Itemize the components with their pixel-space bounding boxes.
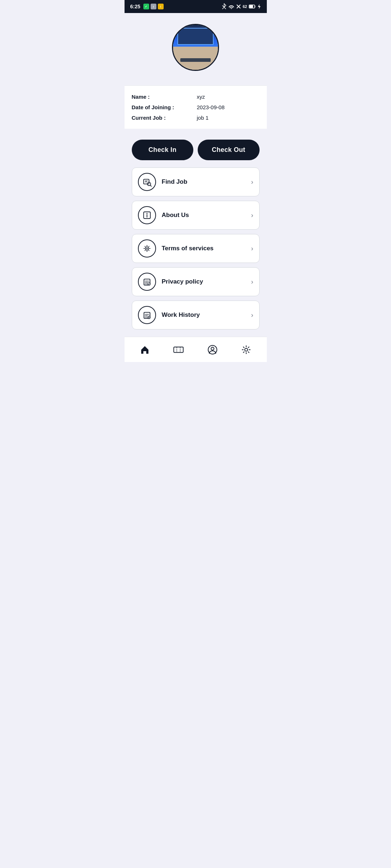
svg-rect-1: [249, 5, 253, 8]
svg-line-17: [148, 250, 149, 251]
status-time: 6:25: [130, 4, 140, 9]
charging-icon: [257, 4, 261, 9]
terms-icon: [142, 244, 152, 253]
sim-icon: [236, 4, 241, 9]
about-us-icon-wrapper: [138, 206, 156, 224]
menu-item-privacy[interactable]: Privacy policy ›: [132, 267, 260, 296]
svg-line-19: [144, 250, 145, 251]
nav-home[interactable]: [128, 345, 162, 355]
main-content: Check In Check Out Find Job ›: [125, 129, 267, 337]
svg-line-16: [144, 246, 145, 247]
bottom-nav: [125, 337, 267, 362]
battery-icon: [249, 4, 256, 9]
profile-info: Name : xyz Date of Joining : 2023-09-08 …: [125, 85, 267, 129]
doj-label: Date of Joining :: [132, 104, 197, 110]
status-icons-right: 62: [222, 3, 261, 10]
about-us-icon: [142, 210, 152, 220]
svg-rect-31: [174, 347, 183, 352]
terms-icon-wrapper: [138, 239, 156, 258]
wifi-icon: [228, 4, 235, 9]
svg-point-34: [245, 348, 248, 351]
name-value: xyz: [197, 94, 205, 100]
find-job-icon: [142, 177, 152, 187]
about-us-chevron: ›: [251, 212, 253, 219]
svg-point-24: [147, 282, 150, 285]
privacy-label: Privacy policy: [162, 278, 251, 285]
nav-profile[interactable]: [196, 345, 229, 355]
privacy-chevron: ›: [251, 278, 253, 286]
menu-item-terms[interactable]: Terms of services ›: [132, 234, 260, 263]
home-icon: [140, 345, 150, 355]
svg-point-9: [146, 213, 147, 214]
notif-icon-yellow: !: [158, 4, 164, 9]
notification-icons: ✓ i !: [143, 4, 164, 9]
svg-point-33: [211, 347, 214, 350]
svg-line-4: [150, 185, 151, 186]
notif-icon-gray: i: [151, 4, 156, 9]
privacy-icon-wrapper: [138, 273, 156, 291]
name-label: Name :: [132, 94, 197, 100]
terms-chevron: ›: [251, 245, 253, 252]
job-row: Current Job : job 1: [132, 112, 260, 123]
nav-ticket[interactable]: [162, 345, 196, 355]
menu-list: Find Job › About Us ›: [132, 167, 260, 329]
privacy-icon: [142, 277, 152, 286]
notif-icon-green: ✓: [143, 4, 149, 9]
work-history-icon: R: [142, 310, 152, 320]
check-in-button[interactable]: Check In: [132, 140, 194, 160]
menu-item-work-history[interactable]: R Work History ›: [132, 301, 260, 329]
work-history-label: Work History: [162, 311, 251, 319]
profile-section: [125, 13, 267, 85]
menu-item-about-us[interactable]: About Us ›: [132, 201, 260, 230]
status-bar: 6:25 ✓ i ! 62: [125, 0, 267, 13]
svg-text:R: R: [148, 316, 150, 319]
job-value: job 1: [197, 115, 209, 121]
avatar-image: [173, 25, 218, 70]
svg-line-18: [148, 246, 149, 247]
checkin-row: Check In Check Out: [132, 140, 260, 160]
terms-label: Terms of services: [162, 245, 251, 252]
find-job-label: Find Job: [162, 178, 251, 186]
doj-value: 2023-09-08: [197, 104, 225, 110]
status-bar-left: 6:25 ✓ i !: [130, 4, 164, 9]
nav-settings[interactable]: [229, 345, 263, 355]
job-label: Current Job :: [132, 115, 197, 121]
check-out-button[interactable]: Check Out: [198, 140, 260, 160]
profile-nav-icon: [207, 345, 218, 355]
svg-point-11: [146, 248, 148, 249]
bluetooth-icon: [222, 3, 227, 10]
battery-level: 62: [243, 4, 247, 9]
settings-nav-icon: [241, 345, 251, 355]
find-job-icon-wrapper: [138, 173, 156, 191]
work-history-chevron: ›: [251, 311, 253, 319]
menu-item-find-job[interactable]: Find Job ›: [132, 167, 260, 196]
ticket-icon: [173, 345, 184, 355]
work-history-icon-wrapper: R: [138, 306, 156, 324]
doj-row: Date of Joining : 2023-09-08: [132, 102, 260, 112]
avatar: [172, 24, 219, 71]
name-row: Name : xyz: [132, 92, 260, 102]
svg-rect-2: [143, 179, 149, 184]
about-us-label: About Us: [162, 212, 251, 219]
find-job-chevron: ›: [251, 178, 253, 186]
